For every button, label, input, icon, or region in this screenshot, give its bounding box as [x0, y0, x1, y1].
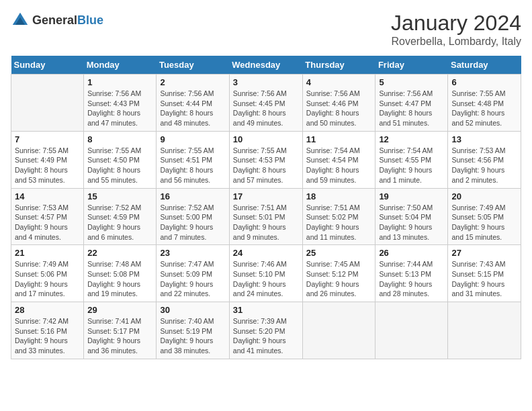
calendar-day-cell: 30Sunrise: 7:40 AMSunset: 5:19 PMDayligh…	[157, 302, 229, 359]
calendar-week-row: 14Sunrise: 7:53 AMSunset: 4:57 PMDayligh…	[11, 188, 521, 245]
day-detail: Sunrise: 7:52 AMSunset: 5:00 PMDaylight:…	[160, 203, 225, 242]
weekday-header-cell: Wednesday	[229, 56, 302, 75]
day-detail: Sunrise: 7:51 AMSunset: 5:02 PMDaylight:…	[306, 203, 372, 242]
day-detail: Sunrise: 7:45 AMSunset: 5:12 PMDaylight:…	[306, 259, 372, 299]
calendar-table: SundayMondayTuesdayWednesdayThursdayFrid…	[11, 56, 521, 359]
day-number: 21	[15, 248, 80, 258]
day-detail: Sunrise: 7:44 AMSunset: 5:13 PMDaylight:…	[379, 259, 444, 299]
day-detail: Sunrise: 7:48 AMSunset: 5:08 PMDaylight:…	[87, 259, 152, 299]
calendar-day-cell: 17Sunrise: 7:51 AMSunset: 5:01 PMDayligh…	[229, 188, 302, 245]
day-number: 4	[306, 77, 372, 87]
day-number: 10	[233, 134, 299, 144]
calendar-day-cell: 9Sunrise: 7:55 AMSunset: 4:51 PMDaylight…	[157, 131, 229, 188]
day-number: 16	[160, 191, 225, 201]
calendar-week-row: 21Sunrise: 7:49 AMSunset: 5:06 PMDayligh…	[11, 245, 521, 302]
calendar-day-cell: 31Sunrise: 7:39 AMSunset: 5:20 PMDayligh…	[229, 302, 302, 359]
calendar-day-cell	[448, 302, 521, 359]
day-detail: Sunrise: 7:49 AMSunset: 5:06 PMDaylight:…	[15, 259, 80, 299]
day-detail: Sunrise: 7:56 AMSunset: 4:46 PMDaylight:…	[306, 89, 372, 128]
calendar-day-cell: 18Sunrise: 7:51 AMSunset: 5:02 PMDayligh…	[302, 188, 375, 245]
title-block: January 2024 Roverbella, Lombardy, Italy	[391, 11, 521, 48]
day-detail: Sunrise: 7:54 AMSunset: 4:54 PMDaylight:…	[306, 146, 372, 185]
weekday-header-cell: Monday	[84, 56, 157, 75]
subtitle: Roverbella, Lombardy, Italy	[391, 36, 521, 48]
calendar-day-cell	[375, 302, 448, 359]
calendar-day-cell: 16Sunrise: 7:52 AMSunset: 5:00 PMDayligh…	[157, 188, 229, 245]
calendar-day-cell: 24Sunrise: 7:46 AMSunset: 5:10 PMDayligh…	[229, 245, 302, 302]
calendar-day-cell: 29Sunrise: 7:41 AMSunset: 5:17 PMDayligh…	[84, 302, 157, 359]
calendar-day-cell: 11Sunrise: 7:54 AMSunset: 4:54 PMDayligh…	[302, 131, 375, 188]
day-number: 28	[15, 305, 80, 315]
day-detail: Sunrise: 7:55 AMSunset: 4:50 PMDaylight:…	[87, 146, 152, 185]
calendar-day-cell: 19Sunrise: 7:50 AMSunset: 5:04 PMDayligh…	[375, 188, 448, 245]
weekday-header-cell: Tuesday	[157, 56, 229, 75]
day-number: 6	[451, 77, 517, 87]
day-number: 15	[87, 191, 152, 201]
calendar-week-row: 1Sunrise: 7:56 AMSunset: 4:43 PMDaylight…	[11, 75, 521, 132]
calendar-day-cell: 1Sunrise: 7:56 AMSunset: 4:43 PMDaylight…	[84, 75, 157, 132]
day-detail: Sunrise: 7:53 AMSunset: 4:56 PMDaylight:…	[451, 146, 517, 185]
calendar-day-cell: 15Sunrise: 7:52 AMSunset: 4:59 PMDayligh…	[84, 188, 157, 245]
calendar-day-cell: 12Sunrise: 7:54 AMSunset: 4:55 PMDayligh…	[375, 131, 448, 188]
day-detail: Sunrise: 7:41 AMSunset: 5:17 PMDaylight:…	[87, 316, 152, 356]
calendar-header-row: SundayMondayTuesdayWednesdayThursdayFrid…	[11, 56, 521, 75]
day-detail: Sunrise: 7:46 AMSunset: 5:10 PMDaylight:…	[233, 259, 299, 299]
day-number: 1	[87, 77, 152, 87]
day-number: 31	[233, 305, 299, 315]
day-number: 7	[15, 134, 80, 144]
day-number: 9	[160, 134, 225, 144]
calendar-day-cell: 2Sunrise: 7:56 AMSunset: 4:44 PMDaylight…	[157, 75, 229, 132]
calendar-day-cell: 7Sunrise: 7:55 AMSunset: 4:49 PMDaylight…	[11, 131, 84, 188]
logo-blue: Blue	[77, 13, 103, 27]
day-detail: Sunrise: 7:56 AMSunset: 4:43 PMDaylight:…	[87, 89, 152, 128]
day-number: 8	[87, 134, 152, 144]
day-detail: Sunrise: 7:42 AMSunset: 5:16 PMDaylight:…	[15, 316, 80, 356]
calendar-day-cell: 27Sunrise: 7:43 AMSunset: 5:15 PMDayligh…	[448, 245, 521, 302]
day-number: 22	[87, 248, 152, 258]
weekday-header-cell: Friday	[375, 56, 448, 75]
day-number: 3	[233, 77, 299, 87]
weekday-header-cell: Sunday	[11, 56, 84, 75]
day-number: 5	[379, 77, 444, 87]
day-detail: Sunrise: 7:43 AMSunset: 5:15 PMDaylight:…	[451, 259, 517, 299]
day-number: 18	[306, 191, 372, 201]
day-number: 27	[451, 248, 517, 258]
page-header: GeneralBlue January 2024 Roverbella, Lom…	[11, 11, 521, 48]
calendar-body: 1Sunrise: 7:56 AMSunset: 4:43 PMDaylight…	[11, 75, 521, 359]
calendar-day-cell: 6Sunrise: 7:55 AMSunset: 4:48 PMDaylight…	[448, 75, 521, 132]
calendar-day-cell: 5Sunrise: 7:56 AMSunset: 4:47 PMDaylight…	[375, 75, 448, 132]
calendar-day-cell: 25Sunrise: 7:45 AMSunset: 5:12 PMDayligh…	[302, 245, 375, 302]
day-number: 23	[160, 248, 225, 258]
day-number: 12	[379, 134, 444, 144]
day-detail: Sunrise: 7:50 AMSunset: 5:04 PMDaylight:…	[379, 203, 444, 242]
calendar-day-cell: 13Sunrise: 7:53 AMSunset: 4:56 PMDayligh…	[448, 131, 521, 188]
day-detail: Sunrise: 7:40 AMSunset: 5:19 PMDaylight:…	[160, 316, 225, 356]
day-number: 25	[306, 248, 372, 258]
day-number: 14	[15, 191, 80, 201]
calendar-day-cell: 20Sunrise: 7:49 AMSunset: 5:05 PMDayligh…	[448, 188, 521, 245]
calendar-day-cell: 26Sunrise: 7:44 AMSunset: 5:13 PMDayligh…	[375, 245, 448, 302]
weekday-header-cell: Thursday	[302, 56, 375, 75]
day-number: 24	[233, 248, 299, 258]
calendar-day-cell: 21Sunrise: 7:49 AMSunset: 5:06 PMDayligh…	[11, 245, 84, 302]
day-detail: Sunrise: 7:55 AMSunset: 4:51 PMDaylight:…	[160, 146, 225, 185]
day-number: 2	[160, 77, 225, 87]
calendar-day-cell: 14Sunrise: 7:53 AMSunset: 4:57 PMDayligh…	[11, 188, 84, 245]
day-detail: Sunrise: 7:47 AMSunset: 5:09 PMDaylight:…	[160, 259, 225, 299]
calendar-day-cell	[302, 302, 375, 359]
logo-icon	[11, 11, 30, 30]
weekday-header-cell: Saturday	[448, 56, 521, 75]
day-detail: Sunrise: 7:56 AMSunset: 4:44 PMDaylight:…	[160, 89, 225, 128]
calendar-day-cell: 10Sunrise: 7:55 AMSunset: 4:53 PMDayligh…	[229, 131, 302, 188]
day-number: 19	[379, 191, 444, 201]
day-detail: Sunrise: 7:56 AMSunset: 4:47 PMDaylight:…	[379, 89, 444, 128]
calendar-day-cell: 4Sunrise: 7:56 AMSunset: 4:46 PMDaylight…	[302, 75, 375, 132]
day-number: 17	[233, 191, 299, 201]
day-detail: Sunrise: 7:55 AMSunset: 4:48 PMDaylight:…	[451, 89, 517, 128]
day-number: 13	[451, 134, 517, 144]
calendar-day-cell: 23Sunrise: 7:47 AMSunset: 5:09 PMDayligh…	[157, 245, 229, 302]
calendar-week-row: 7Sunrise: 7:55 AMSunset: 4:49 PMDaylight…	[11, 131, 521, 188]
day-detail: Sunrise: 7:49 AMSunset: 5:05 PMDaylight:…	[451, 203, 517, 242]
day-detail: Sunrise: 7:54 AMSunset: 4:55 PMDaylight:…	[379, 146, 444, 185]
logo: GeneralBlue	[11, 11, 103, 30]
